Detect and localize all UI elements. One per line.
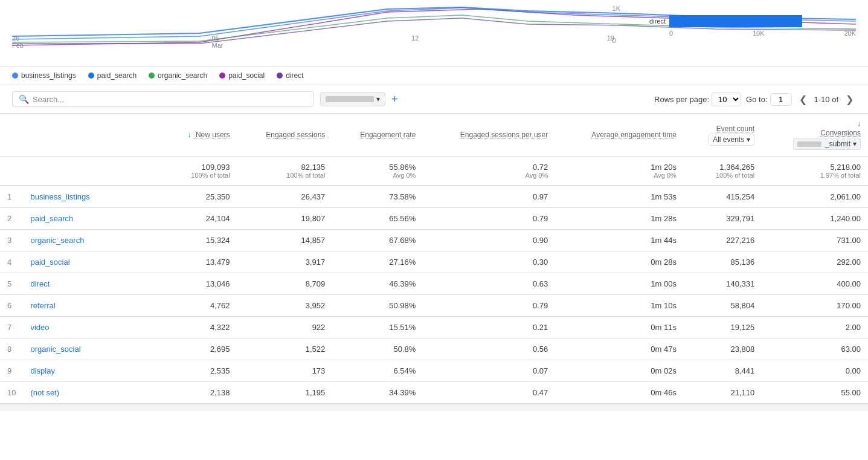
rows-per-page-label: Rows per page: xyxy=(654,95,709,104)
goto-input[interactable] xyxy=(770,93,792,106)
legend-dot-paid-search xyxy=(88,73,94,79)
rows-per-page-select[interactable]: 10 25 50 xyxy=(712,92,741,106)
row-engagement-rate-5: 46.39% xyxy=(332,273,423,295)
bar-chart-container: direct 0 10K 20K xyxy=(638,3,856,37)
col-title-engaged-sessions[interactable]: Engaged sessions xyxy=(266,131,325,139)
col-header-avg-engagement-time: Average engagement time xyxy=(555,114,684,157)
row-num-9: 9 xyxy=(0,360,23,382)
row-channel-5[interactable]: direct xyxy=(23,273,164,295)
row-channel-1[interactable]: business_listings xyxy=(23,186,164,208)
scrollbar-area[interactable] xyxy=(0,404,868,411)
row-new-users-6: 4,762 xyxy=(164,295,237,317)
row-new-users-3: 15,324 xyxy=(164,230,237,251)
toolbar: 🔍 ▾ + Rows per page: 10 25 50 Go to: ❮ 1… xyxy=(0,85,868,114)
bar-x-0: 0 xyxy=(669,30,673,37)
col-title-conversions[interactable]: Conversions xyxy=(820,129,861,137)
row-engaged-sessions-10: 1,195 xyxy=(237,382,333,404)
row-engaged-sessions-8: 1,522 xyxy=(237,339,333,360)
dimension-selector[interactable]: ▾ xyxy=(320,92,385,106)
row-engaged-sessions-per-user-4: 0.30 xyxy=(423,251,555,273)
row-event-count-1: 415,254 xyxy=(684,186,762,208)
bar-fill-direct xyxy=(669,15,802,27)
row-num-8: 8 xyxy=(0,339,23,360)
totals-engaged-sessions-cell: 82,135 100% of total xyxy=(237,157,333,186)
goto-label: Go to: xyxy=(746,95,767,104)
col-title-engaged-sessions-per-user[interactable]: Engaged sessions per user xyxy=(460,131,548,139)
next-page-button[interactable]: ❯ xyxy=(843,92,856,106)
row-new-users-5: 13,046 xyxy=(164,273,237,295)
row-channel-3[interactable]: organic_search xyxy=(23,230,164,251)
col-title-event-count[interactable]: Event count xyxy=(716,125,754,133)
row-num-2: 2 xyxy=(0,208,23,230)
row-conversions-7: 2.00 xyxy=(762,317,868,339)
row-engaged-sessions-per-user-7: 0.21 xyxy=(423,317,555,339)
row-avg-engagement-time-2: 1m 28s xyxy=(555,208,684,230)
row-channel-9[interactable]: display xyxy=(23,360,164,382)
rows-per-page: Rows per page: 10 25 50 xyxy=(654,92,741,106)
table-row: 2 paid_search 24,104 19,807 65.56% 0.79 … xyxy=(0,208,868,230)
row-num-7: 7 xyxy=(0,317,23,339)
col-header-channel xyxy=(23,114,164,157)
event-count-filter[interactable]: All events ▾ xyxy=(709,134,754,146)
row-channel-4[interactable]: paid_social xyxy=(23,251,164,273)
legend-item-paid-social[interactable]: paid_social xyxy=(219,71,265,80)
row-conversions-4: 292.00 xyxy=(762,251,868,273)
row-avg-engagement-time-1: 1m 53s xyxy=(555,186,684,208)
legend-dot-business-listings xyxy=(12,73,18,79)
col-title-avg-engagement-time[interactable]: Average engagement time xyxy=(591,131,677,139)
row-engaged-sessions-per-user-10: 0.47 xyxy=(423,382,555,404)
prev-page-button[interactable]: ❮ xyxy=(797,92,809,106)
row-engaged-sessions-2: 19,807 xyxy=(237,208,333,230)
table-row: 7 video 4,322 922 15.51% 0.21 0m 11s 19,… xyxy=(0,317,868,339)
row-engagement-rate-2: 65.56% xyxy=(332,208,423,230)
dimension-label-blur xyxy=(326,96,374,102)
row-num-10: 10 xyxy=(0,382,23,404)
col-title-engagement-rate[interactable]: Engagement rate xyxy=(360,131,416,139)
row-engagement-rate-9: 6.54% xyxy=(332,360,423,382)
table-row: 9 display 2,535 173 6.54% 0.07 0m 02s 8,… xyxy=(0,360,868,382)
totals-engaged-sessions-per-user-cell: 0.72 Avg 0% xyxy=(423,157,555,186)
conversions-filter[interactable]: _submit ▾ xyxy=(793,138,861,150)
sort-icon-new-users: ↓ xyxy=(188,131,191,139)
row-engaged-sessions-per-user-5: 0.63 xyxy=(423,273,555,295)
legend-item-direct[interactable]: direct xyxy=(277,71,303,80)
col-title-new-users[interactable]: ↓ New users xyxy=(188,131,230,139)
row-event-count-10: 21,110 xyxy=(684,382,762,404)
row-event-count-8: 23,808 xyxy=(684,339,762,360)
row-channel-2[interactable]: paid_search xyxy=(23,208,164,230)
totals-row: 109,093 100% of total 82,135 100% of tot… xyxy=(0,157,868,186)
row-avg-engagement-time-3: 1m 44s xyxy=(555,230,684,251)
row-avg-engagement-time-4: 0m 28s xyxy=(555,251,684,273)
legend-label-paid-search: paid_search xyxy=(97,71,137,80)
row-avg-engagement-time-7: 0m 11s xyxy=(555,317,684,339)
row-channel-7[interactable]: video xyxy=(23,317,164,339)
legend-label-paid-social: paid_social xyxy=(228,71,265,80)
col-header-engagement-rate: Engagement rate xyxy=(332,114,423,157)
table-row: 3 organic_search 15,324 14,857 67.68% 0.… xyxy=(0,230,868,251)
row-engaged-sessions-6: 3,952 xyxy=(237,295,333,317)
row-channel-10[interactable]: (not set) xyxy=(23,382,164,404)
row-num-1: 1 xyxy=(0,186,23,208)
row-channel-8[interactable]: organic_social xyxy=(23,339,164,360)
legend-item-organic-search[interactable]: organic_search xyxy=(149,71,207,80)
row-engaged-sessions-per-user-3: 0.90 xyxy=(423,230,555,251)
search-input[interactable] xyxy=(33,95,307,104)
search-box[interactable]: 🔍 xyxy=(12,91,314,107)
row-engagement-rate-4: 27.16% xyxy=(332,251,423,273)
row-engagement-rate-1: 73.58% xyxy=(332,186,423,208)
row-engaged-sessions-7: 922 xyxy=(237,317,333,339)
table-row: 10 (not set) 2,138 1,195 34.39% 0.47 0m … xyxy=(0,382,868,404)
legend-label-direct: direct xyxy=(286,71,303,80)
row-channel-6[interactable]: referral xyxy=(23,295,164,317)
row-event-count-2: 329,791 xyxy=(684,208,762,230)
row-engagement-rate-7: 15.51% xyxy=(332,317,423,339)
x-axis-labels: 26Feb 05Mar 12 19 xyxy=(12,34,614,49)
x-label-12: 12 xyxy=(411,34,419,49)
legend-item-business-listings[interactable]: business_listings xyxy=(12,71,76,80)
x-label-05mar: 05Mar xyxy=(211,34,223,49)
row-engagement-rate-6: 50.98% xyxy=(332,295,423,317)
legend-item-paid-search[interactable]: paid_search xyxy=(88,71,137,80)
add-dimension-button[interactable]: + xyxy=(391,93,398,106)
row-avg-engagement-time-10: 0m 46s xyxy=(555,382,684,404)
totals-avg-engagement-time-cell: 1m 20s Avg 0% xyxy=(555,157,684,186)
